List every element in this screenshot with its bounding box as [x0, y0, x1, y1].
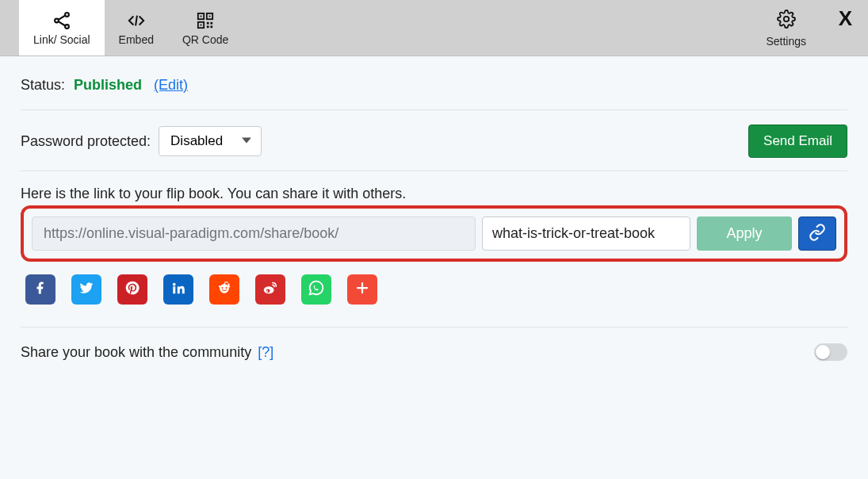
copy-link-button[interactable]: [798, 217, 836, 251]
url-slug-input[interactable]: [482, 217, 690, 251]
share-icon: [52, 11, 72, 30]
plus-icon: [355, 281, 369, 298]
linkedin-button[interactable]: [163, 274, 193, 305]
social-share-row: [25, 274, 847, 305]
top-tab-bar: Link/ Social Embed QR Code: [0, 0, 868, 56]
svg-line-5: [136, 16, 137, 26]
url-prefix-field: https://online.visual-paradigm.com/share…: [32, 217, 476, 251]
svg-rect-11: [201, 25, 202, 26]
settings-button[interactable]: Settings: [748, 0, 824, 56]
svg-rect-15: [211, 25, 213, 28]
svg-point-22: [219, 285, 221, 288]
password-row: Password protected: Disabled Send Email: [21, 125, 847, 158]
svg-rect-9: [201, 16, 202, 17]
send-email-button[interactable]: Send Email: [748, 125, 847, 158]
status-row: Status: Published (Edit): [21, 77, 847, 94]
more-share-button[interactable]: [347, 274, 377, 305]
share-community-label: Share your book with the community: [21, 344, 251, 361]
reddit-button[interactable]: [209, 274, 239, 305]
link-icon: [809, 224, 826, 244]
linkedin-icon: [171, 281, 185, 298]
status-value: Published: [74, 77, 142, 93]
status-label: Status:: [21, 77, 65, 93]
toggle-knob: [816, 345, 830, 359]
gear-icon: [777, 10, 796, 32]
main-content: Status: Published (Edit) Password protec…: [0, 56, 868, 377]
svg-point-2: [65, 25, 69, 29]
weibo-icon: [262, 279, 279, 300]
svg-rect-10: [209, 16, 211, 17]
svg-rect-13: [211, 22, 213, 25]
share-community-row: Share your book with the community [?]: [21, 343, 847, 361]
chevron-down-icon: [242, 133, 251, 149]
svg-point-16: [784, 17, 789, 21]
apply-button[interactable]: Apply: [697, 217, 792, 251]
svg-point-26: [266, 290, 268, 292]
url-highlight-frame: https://online.visual-paradigm.com/share…: [21, 205, 847, 262]
svg-point-19: [221, 287, 223, 289]
settings-label: Settings: [766, 35, 806, 48]
whatsapp-icon: [308, 279, 325, 300]
twitter-icon: [78, 280, 94, 299]
svg-point-18: [220, 284, 229, 293]
svg-rect-14: [207, 25, 209, 28]
svg-rect-12: [207, 22, 209, 25]
pinterest-icon: [124, 280, 140, 299]
tab-label: Embed: [119, 33, 154, 46]
tab-label: QR Code: [182, 33, 228, 46]
tab-link-social[interactable]: Link/ Social: [19, 0, 105, 56]
weibo-button[interactable]: [255, 274, 285, 305]
reddit-icon: [216, 280, 232, 299]
facebook-icon: [33, 281, 48, 298]
facebook-button[interactable]: [25, 274, 55, 305]
divider: [21, 171, 847, 171]
tab-embed[interactable]: Embed: [105, 0, 168, 56]
password-label: Password protected:: [21, 133, 151, 150]
svg-marker-17: [242, 137, 251, 143]
password-select[interactable]: Disabled: [159, 126, 262, 156]
svg-point-23: [228, 285, 231, 288]
link-instruction-text: Here is the link to your flip book. You …: [21, 186, 847, 202]
divider: [21, 327, 847, 328]
code-icon: [126, 11, 147, 30]
divider: [21, 109, 847, 110]
svg-line-4: [58, 21, 65, 25]
close-icon[interactable]: X: [839, 6, 852, 31]
pinterest-button[interactable]: [117, 274, 147, 305]
svg-point-1: [55, 19, 59, 23]
password-value: Disabled: [170, 133, 223, 149]
edit-link[interactable]: (Edit): [154, 77, 188, 93]
svg-point-0: [65, 13, 69, 17]
tab-label: Link/ Social: [33, 33, 90, 46]
whatsapp-button[interactable]: [301, 274, 331, 305]
svg-line-3: [58, 16, 65, 20]
svg-point-20: [225, 287, 227, 289]
svg-point-21: [228, 284, 230, 286]
tab-qr-code[interactable]: QR Code: [168, 0, 243, 56]
twitter-button[interactable]: [71, 274, 101, 305]
share-community-toggle[interactable]: [814, 343, 847, 361]
qr-icon: [197, 11, 214, 30]
help-link[interactable]: [?]: [258, 344, 273, 361]
